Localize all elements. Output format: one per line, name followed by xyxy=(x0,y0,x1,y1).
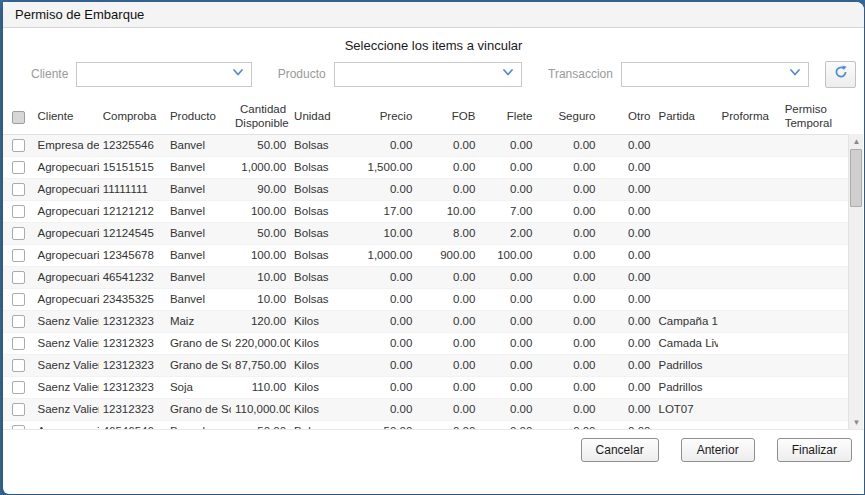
cell-producto: Banvel xyxy=(166,200,231,222)
cliente-select[interactable] xyxy=(76,62,251,87)
refresh-button[interactable] xyxy=(825,61,856,88)
table-row: Saenz Valier12312323Soja110.00Kilos0.000… xyxy=(3,376,848,398)
cell-partida xyxy=(654,178,717,200)
cell-permiso xyxy=(781,376,848,398)
cell-producto: Banvel xyxy=(166,134,231,156)
cell-seguro: 0.00 xyxy=(536,310,599,332)
row-checkbox[interactable] xyxy=(12,381,25,394)
transaccion-select[interactable] xyxy=(621,62,809,87)
cell-cantidad: 100.00 xyxy=(231,200,290,222)
cell-flete: 0.00 xyxy=(479,178,536,200)
cell-fob: 0.00 xyxy=(416,266,479,288)
cell-unidad: Kilos xyxy=(290,376,347,398)
row-checkbox[interactable] xyxy=(12,183,25,196)
row-checkbox[interactable] xyxy=(12,205,25,218)
cell-partida: Campaña 12 xyxy=(654,310,717,332)
scrollbar-thumb[interactable] xyxy=(850,149,862,207)
cell-cantidad: 50.00 xyxy=(231,134,290,156)
cell-flete: 7.00 xyxy=(479,200,536,222)
col-header-producto[interactable]: Producto xyxy=(166,99,231,134)
row-checkbox[interactable] xyxy=(12,359,25,372)
row-select-cell xyxy=(3,420,34,429)
row-checkbox[interactable] xyxy=(12,293,25,306)
dialog-titlebar[interactable]: Permiso de Embarque xyxy=(3,2,864,28)
row-checkbox[interactable] xyxy=(12,337,25,350)
cell-cantidad: 50.00 xyxy=(231,420,290,429)
previous-button[interactable]: Anterior xyxy=(681,438,755,462)
col-header-unidad[interactable]: Unidad xyxy=(290,99,347,134)
producto-select[interactable] xyxy=(334,62,522,87)
cell-cliente: Agropecuari xyxy=(34,288,99,310)
row-checkbox[interactable] xyxy=(12,315,25,328)
col-header-seguro[interactable]: Seguro xyxy=(536,99,599,134)
row-checkbox[interactable] xyxy=(12,227,25,240)
table-row: Agropecuari46546546Banvel50.00Bolsas50.0… xyxy=(3,420,848,429)
finish-button[interactable]: Finalizar xyxy=(777,438,852,462)
row-select-cell xyxy=(3,178,34,200)
cell-flete: 0.00 xyxy=(479,134,536,156)
cell-proforma xyxy=(718,178,781,200)
row-select-cell xyxy=(3,376,34,398)
row-checkbox[interactable] xyxy=(12,249,25,262)
items-table: Cliente Comproba Producto Cantidad Dispo… xyxy=(3,99,848,429)
col-header-comproba[interactable]: Comproba xyxy=(99,99,166,134)
cell-flete: 2.00 xyxy=(479,222,536,244)
col-header-cantidad[interactable]: Cantidad Disponible xyxy=(231,99,290,134)
vertical-scrollbar[interactable]: ▲ ▼ xyxy=(848,134,863,429)
cell-otro: 0.00 xyxy=(600,354,655,376)
cell-comproba: 11111111 xyxy=(99,178,166,200)
col-header-fob[interactable]: FOB xyxy=(416,99,479,134)
row-checkbox[interactable] xyxy=(12,425,25,429)
cell-otro: 0.00 xyxy=(600,178,655,200)
cell-permiso xyxy=(781,354,848,376)
col-header-otro[interactable]: Otro xyxy=(600,99,655,134)
cell-cliente: Empresa de xyxy=(34,134,99,156)
cell-producto: Grano de Sc xyxy=(166,354,231,376)
cell-cliente: Agropecuari xyxy=(34,244,99,266)
cell-producto: Banvel xyxy=(166,266,231,288)
col-header-permiso[interactable]: Permiso Temporal xyxy=(781,99,848,134)
row-checkbox[interactable] xyxy=(12,139,25,152)
cell-producto: Banvel xyxy=(166,222,231,244)
cell-unidad: Bolsas xyxy=(290,222,347,244)
cell-cliente: Saenz Valier xyxy=(34,332,99,354)
col-header-flete[interactable]: Flete xyxy=(479,99,536,134)
cell-precio: 0.00 xyxy=(347,398,416,420)
chevron-down-icon xyxy=(501,65,515,83)
cell-otro: 0.00 xyxy=(600,420,655,429)
scroll-up-arrow[interactable]: ▲ xyxy=(849,134,864,148)
cell-comproba: 12312323 xyxy=(99,376,166,398)
cell-seguro: 0.00 xyxy=(536,244,599,266)
cell-cliente: Saenz Valier xyxy=(34,376,99,398)
cell-seguro: 0.00 xyxy=(536,222,599,244)
cell-proforma xyxy=(718,398,781,420)
cell-seguro: 0.00 xyxy=(536,266,599,288)
col-header-partida[interactable]: Partida xyxy=(654,99,717,134)
cell-proforma xyxy=(718,244,781,266)
cell-cantidad: 100.00 xyxy=(231,244,290,266)
col-header-cliente[interactable]: Cliente xyxy=(34,99,99,134)
cell-otro: 0.00 xyxy=(600,222,655,244)
row-checkbox[interactable] xyxy=(12,161,25,174)
cell-proforma xyxy=(718,222,781,244)
cell-producto: Grano de Sc xyxy=(166,332,231,354)
producto-label: Producto xyxy=(278,67,326,81)
cell-precio: 17.00 xyxy=(347,200,416,222)
cell-producto: Banvel xyxy=(166,178,231,200)
cell-cliente: Agropecuari xyxy=(34,200,99,222)
col-header-precio[interactable]: Precio xyxy=(347,99,416,134)
row-checkbox[interactable] xyxy=(12,403,25,416)
select-all-checkbox[interactable] xyxy=(12,111,25,124)
cell-unidad: Bolsas xyxy=(290,134,347,156)
cell-flete: 0.00 xyxy=(479,266,536,288)
row-checkbox[interactable] xyxy=(12,271,25,284)
cell-comproba: 46541232 xyxy=(99,266,166,288)
col-header-proforma[interactable]: Proforma xyxy=(718,99,781,134)
cancel-button[interactable]: Cancelar xyxy=(581,438,659,462)
cell-proforma xyxy=(718,200,781,222)
row-select-cell xyxy=(3,244,34,266)
cell-flete: 0.00 xyxy=(479,420,536,429)
chevron-down-icon xyxy=(788,65,802,83)
scroll-down-arrow[interactable]: ▼ xyxy=(849,415,864,429)
row-select-cell xyxy=(3,288,34,310)
